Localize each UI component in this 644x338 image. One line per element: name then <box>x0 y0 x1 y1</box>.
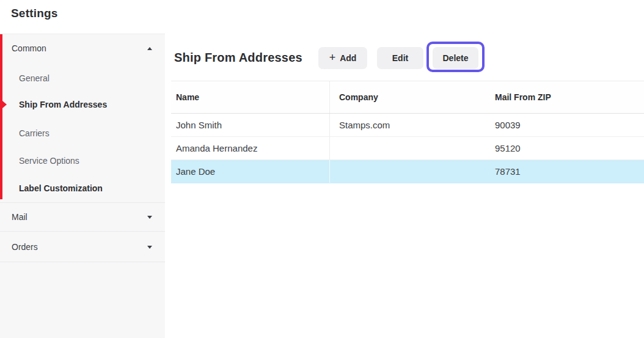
sidebar-item-label: General <box>19 70 49 87</box>
sidebar-divider <box>0 202 165 203</box>
cell-name: John Smith <box>171 114 330 136</box>
settings-sidebar: Common General Ship From Addresses Carri… <box>0 34 165 338</box>
sidebar-section-label: Orders <box>12 238 38 255</box>
sidebar-item-ship-from-addresses[interactable]: Ship From Addresses <box>0 96 165 113</box>
sidebar-item-label: Label Customization <box>19 180 103 197</box>
plus-icon: + <box>329 52 336 63</box>
column-header-name: Name <box>171 81 330 113</box>
edit-button-label: Edit <box>392 53 408 63</box>
sidebar-divider <box>0 231 165 232</box>
sidebar-section-label: Common <box>12 40 46 57</box>
column-header-company: Company <box>330 92 495 102</box>
sidebar-item-carriers[interactable]: Carriers <box>0 125 165 142</box>
sidebar-item-general[interactable]: General <box>0 70 165 87</box>
sidebar-section-orders[interactable]: Orders <box>0 238 165 255</box>
sidebar-section-mail[interactable]: Mail <box>0 208 165 226</box>
cell-name: Amanda Hernandez <box>171 137 330 160</box>
sidebar-item-service-options[interactable]: Service Options <box>0 152 165 169</box>
caret-down-icon <box>147 216 152 219</box>
caret-up-icon <box>147 47 152 50</box>
sidebar-item-label-customization[interactable]: Label Customization <box>0 180 165 197</box>
cell-zip: 90039 <box>495 120 644 130</box>
table-row-selected[interactable]: Jane Doe 78731 <box>171 160 644 183</box>
settings-screen: Settings Common General Ship From Addres… <box>0 0 644 338</box>
cell-name: Jane Doe <box>171 160 330 183</box>
table-header-row: Name Company Mail From ZIP <box>171 81 644 114</box>
cell-zip: 95120 <box>495 143 644 153</box>
sidebar-divider <box>0 262 165 262</box>
sidebar-item-label: Service Options <box>19 152 79 169</box>
sidebar-section-common[interactable]: Common <box>0 40 165 57</box>
add-button[interactable]: + Add <box>318 47 367 69</box>
delete-button-label: Delete <box>442 53 468 63</box>
active-section-accent-bar <box>0 34 2 199</box>
ship-from-addresses-table: Name Company Mail From ZIP John Smith St… <box>171 81 644 183</box>
cell-company: Stamps.com <box>330 120 495 130</box>
sidebar-item-label: Ship From Addresses <box>19 96 107 113</box>
table-row[interactable]: John Smith Stamps.com 90039 <box>171 114 644 137</box>
caret-down-icon <box>147 246 152 249</box>
cell-zip: 78731 <box>495 166 644 177</box>
sidebar-item-label: Carriers <box>19 125 49 142</box>
add-button-label: Add <box>340 53 356 63</box>
panel-title: Ship From Addresses <box>174 51 302 65</box>
sidebar-section-label: Mail <box>12 208 27 226</box>
column-header-mail-from-zip: Mail From ZIP <box>495 92 644 102</box>
edit-button[interactable]: Edit <box>377 47 423 69</box>
delete-button[interactable]: Delete <box>433 47 478 69</box>
page-title: Settings <box>11 7 58 20</box>
table-row[interactable]: Amanda Hernandez 95120 <box>171 137 644 160</box>
